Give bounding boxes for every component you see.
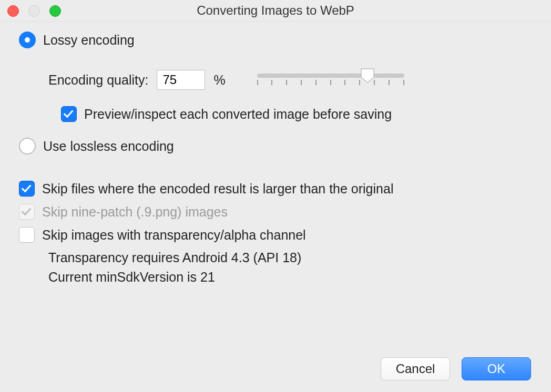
row-quality: Encoding quality: % [48,69,532,90]
window-controls [7,5,61,17]
cancel-button-label: Cancel [396,362,435,376]
checkbox-skip-larger[interactable] [19,181,35,197]
row-preview: Preview/inspect each converted image bef… [61,106,532,122]
label-skip-larger: Skip files where the encoded result is l… [42,181,393,197]
quality-input[interactable] [157,70,205,90]
label-skip-alpha: Skip images with transparency/alpha chan… [42,228,306,243]
cancel-button[interactable]: Cancel [381,357,450,380]
row-skip-alpha: Skip images with transparency/alpha chan… [19,227,532,243]
label-skip-ninepatch: Skip nine-patch (.9.png) images [42,204,228,220]
dialog-content: Lossy encoding Encoding quality: % Previ… [19,32,532,285]
zoom-icon[interactable] [49,5,61,17]
label-preview: Preview/inspect each converted image bef… [84,107,392,122]
window-title: Converting Images to WebP [0,0,551,21]
titlebar: Converting Images to WebP [0,0,551,22]
slider-track [257,74,404,78]
minimize-icon[interactable] [28,5,40,17]
label-quality-unit: % [213,73,225,88]
ok-button-label: OK [487,362,506,376]
row-skip-larger: Skip files where the encoded result is l… [19,181,532,197]
radio-lossy[interactable] [19,32,36,48]
radio-lossless[interactable] [19,138,36,154]
note-alpha-requires: Transparency requires Android 4.3 (API 1… [48,250,532,265]
label-lossy: Lossy encoding [43,33,135,48]
row-lossy-encoding: Lossy encoding [19,32,532,48]
checkbox-skip-alpha[interactable] [19,227,35,243]
row-skip-ninepatch: Skip nine-patch (.9.png) images [19,204,532,220]
checkbox-skip-ninepatch [19,204,35,220]
label-quality: Encoding quality: [48,73,148,88]
button-row: Cancel OK [381,357,531,380]
quality-slider[interactable] [257,69,404,90]
checkbox-preview[interactable] [61,106,77,122]
close-icon[interactable] [7,5,19,17]
ok-button[interactable]: OK [462,357,531,380]
label-lossless: Use lossless encoding [43,139,174,154]
slider-ticks [257,80,404,85]
note-min-sdk: Current minSdkVersion is 21 [48,270,532,285]
row-lossless-encoding: Use lossless encoding [19,138,532,154]
